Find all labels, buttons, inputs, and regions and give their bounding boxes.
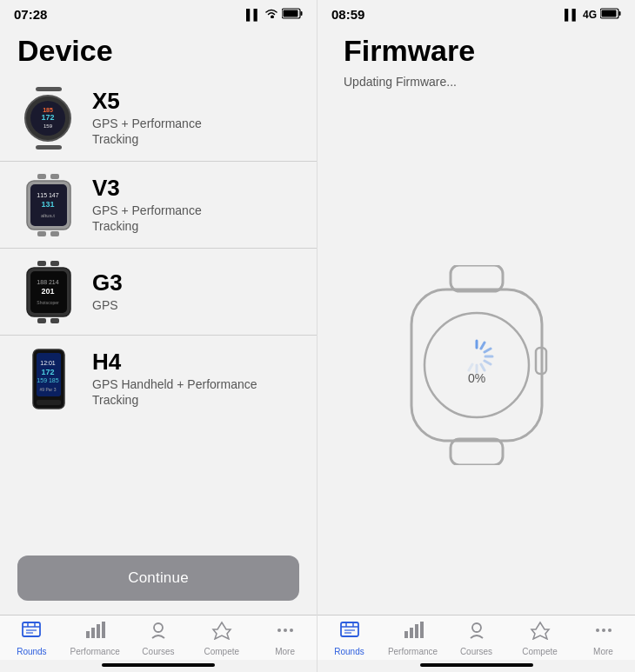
svg-rect-1 [301, 11, 303, 16]
svg-rect-12 [37, 231, 46, 236]
svg-point-78 [602, 629, 605, 632]
svg-rect-51 [602, 10, 617, 17]
right-network-label: 4G [583, 9, 597, 21]
svg-point-79 [608, 629, 612, 632]
svg-rect-43 [97, 624, 100, 638]
left-nav-compete-label: Compete [204, 647, 240, 656]
right-nav-courses-label: Courses [460, 647, 492, 656]
svg-rect-11 [50, 174, 59, 179]
left-nav-rounds[interactable]: Rounds [0, 621, 64, 656]
right-courses-icon [466, 621, 487, 645]
svg-point-48 [290, 629, 293, 632]
right-nav-performance[interactable]: Performance [381, 621, 444, 656]
firmware-content: Firmware Updating Firmware... [318, 25, 635, 615]
svg-rect-35 [23, 622, 40, 636]
device-item-x5[interactable]: 185 172 159 X5 GPS + PerformanceTracking [0, 75, 317, 162]
watch-animation-container: 0% [344, 123, 609, 606]
courses-icon [148, 621, 169, 645]
svg-text:159: 159 [43, 123, 52, 129]
device-info-x5: X5 GPS + PerformanceTracking [92, 89, 202, 147]
left-nav-more-label: More [275, 647, 295, 656]
left-panel: 07:28 ▌▌ Device [0, 0, 318, 672]
device-name-x5: X5 [92, 89, 202, 114]
device-image-x5: 185 172 159 [17, 85, 78, 150]
device-info-g3: G3 GPS [92, 270, 123, 313]
svg-point-77 [596, 629, 599, 632]
svg-rect-73 [410, 628, 413, 638]
left-status-bar: 07:28 ▌▌ [0, 0, 317, 25]
wifi-icon [264, 8, 278, 21]
right-nav-more[interactable]: More [572, 621, 635, 656]
device-desc-h4: GPS Handheld + PerformanceTracking [92, 376, 257, 408]
left-nav-more[interactable]: More [253, 621, 317, 656]
device-item-v3[interactable]: 115 147 131 altus.t V3 GPS + Performance… [0, 162, 317, 249]
svg-rect-10 [37, 174, 46, 179]
right-home-indicator [420, 663, 533, 667]
svg-text:159 185: 159 185 [37, 377, 58, 383]
svg-rect-4 [36, 145, 62, 150]
signal-icon: ▌▌ [246, 9, 261, 21]
svg-text:115 147: 115 147 [37, 192, 58, 198]
svg-text:172: 172 [41, 113, 54, 122]
right-rounds-icon [339, 621, 360, 645]
left-nav-courses-label: Courses [142, 647, 174, 656]
left-bottom-nav: Rounds Performance Courses [0, 615, 317, 660]
svg-text:172: 172 [41, 368, 54, 376]
svg-text:12:01: 12:01 [40, 360, 56, 366]
device-item-h4[interactable]: 12:01 172 159 185 #9 Par 3 H4 GPS Handhe… [0, 336, 317, 422]
left-time: 07:28 [14, 7, 47, 22]
right-bottom-nav: Rounds Performance Courses [318, 615, 635, 660]
svg-point-46 [277, 629, 281, 632]
svg-rect-74 [415, 624, 418, 638]
right-status-bar: 08:59 ▌▌ 4G [318, 0, 635, 25]
svg-text:altus.t: altus.t [40, 213, 54, 218]
left-nav-performance-label: Performance [70, 647, 120, 656]
svg-rect-44 [102, 622, 105, 638]
svg-text:#9 Par 3: #9 Par 3 [39, 387, 56, 392]
left-nav-compete[interactable]: Compete [190, 621, 253, 656]
device-desc-x5: GPS + PerformanceTracking [92, 116, 202, 147]
svg-text:185: 185 [43, 107, 53, 113]
svg-text:Shotscoper: Shotscoper [37, 300, 59, 305]
svg-rect-13 [50, 231, 59, 236]
device-desc-g3: GPS [92, 297, 123, 313]
battery-icon [282, 8, 303, 22]
device-name-v3: V3 [92, 176, 202, 201]
continue-btn-container: Continue [0, 545, 317, 615]
svg-rect-72 [404, 631, 408, 638]
device-item-g3[interactable]: 188 214 201 Shotscoper G3 GPS [0, 249, 317, 336]
svg-line-59 [485, 349, 491, 352]
more-icon-right [593, 621, 614, 645]
device-info-v3: V3 GPS + PerformanceTracking [92, 176, 202, 234]
svg-rect-42 [91, 628, 95, 638]
svg-rect-20 [50, 261, 59, 266]
left-nav-performance[interactable]: Performance [64, 621, 127, 656]
right-panel: 08:59 ▌▌ 4G Firmware Updating Firmware..… [318, 0, 635, 672]
svg-point-47 [284, 629, 287, 632]
device-image-v3: 115 147 131 altus.t [17, 172, 78, 237]
firmware-title: Firmware [344, 34, 609, 68]
right-nav-rounds-label: Rounds [334, 647, 364, 656]
more-icon-left [275, 621, 296, 645]
svg-rect-34 [37, 400, 61, 405]
spinner-group [469, 341, 492, 372]
svg-rect-75 [420, 622, 424, 638]
left-nav-courses[interactable]: Courses [127, 621, 190, 656]
svg-rect-53 [451, 439, 503, 465]
continue-button[interactable]: Continue [17, 556, 299, 601]
right-nav-compete[interactable]: Compete [508, 621, 572, 656]
device-list: 185 172 159 X5 GPS + PerformanceTracking [0, 75, 317, 545]
performance-icon [84, 621, 105, 645]
svg-rect-50 [619, 11, 621, 16]
svg-text:131: 131 [41, 200, 54, 209]
right-compete-icon [530, 621, 551, 645]
compete-icon [211, 621, 232, 645]
svg-rect-41 [86, 631, 90, 638]
svg-line-62 [481, 364, 485, 370]
rounds-icon [21, 621, 42, 645]
right-performance-icon [403, 621, 424, 645]
right-nav-rounds[interactable]: Rounds [318, 621, 381, 656]
right-battery-icon [600, 8, 621, 22]
svg-line-64 [469, 364, 472, 370]
right-nav-courses[interactable]: Courses [444, 621, 508, 656]
